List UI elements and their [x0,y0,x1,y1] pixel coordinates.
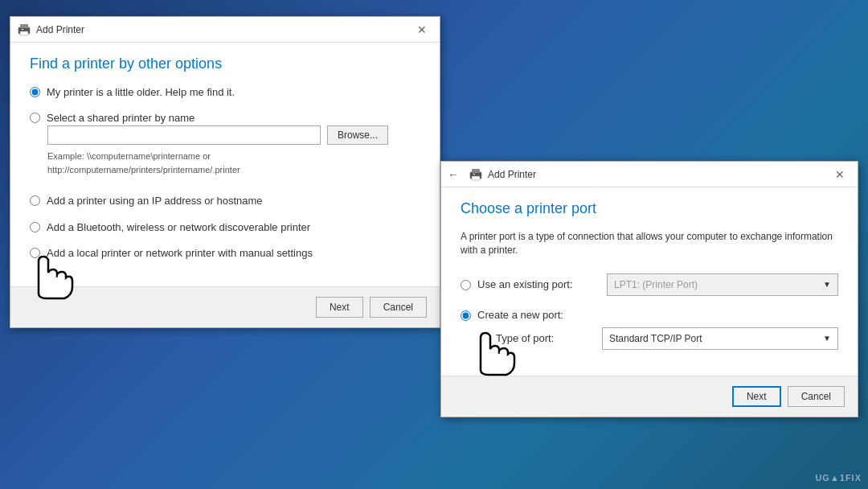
title-left-1: Add Printer [17,23,84,36]
radio-create-new[interactable]: Create a new port: [461,309,838,321]
radio-item-4[interactable]: Add a Bluetooth, wireless or network dis… [30,220,420,235]
description-text-2: A printer port is a type of connection t… [461,230,838,257]
next-button-1[interactable]: Next [316,297,363,318]
watermark: UG▲1FIX [815,473,862,483]
new-port-dropdown[interactable]: Standard TCP/IP Port ▼ [602,327,838,350]
radio-existing-port[interactable] [461,280,471,290]
example-text: Example: \\computername\printername or h… [47,150,420,176]
cancel-button-2[interactable]: Cancel [788,386,845,407]
cancel-button-1[interactable]: Cancel [370,297,427,318]
svg-rect-7 [473,174,475,175]
radio-label-2: Select a shared printer by name [47,111,194,125]
radio-local-printer[interactable] [30,248,40,258]
desktop: Add Printer ✕ Find a printer by other op… [0,0,868,489]
window-header-title-1: Find a printer by other options [30,55,420,72]
window-controls-1: ✕ [411,18,433,41]
radio-item-5[interactable]: Add a local printer or network printer w… [30,246,420,261]
create-new-label: Create a new port: [477,309,574,321]
radio-item-3[interactable]: Add a printer using an IP address or hos… [30,194,420,208]
svg-rect-6 [472,176,480,180]
create-new-section: Create a new port: Type of port: Standar… [461,309,838,350]
radio-use-existing[interactable]: Use an existing port: [461,278,597,290]
close-button-1[interactable]: ✕ [411,18,433,41]
radio-label-3: Add a printer using an IP address or hos… [47,194,263,208]
next-button-2[interactable]: Next [732,386,781,407]
window-choose-port: ← Add Printer ✕ Choose a printer port A … [440,161,858,417]
shared-printer-input-row: Browse... [47,125,420,145]
window-find-printer: Add Printer ✕ Find a printer by other op… [10,16,440,328]
window-controls-2: ✕ [829,163,851,186]
new-dropdown-arrow: ▼ [823,334,831,343]
existing-port-value: LPT1: (Printer Port) [614,279,698,290]
shared-printer-input[interactable] [47,125,321,145]
new-port-value: Standard TCP/IP Port [609,333,702,344]
existing-port-dropdown[interactable]: LPT1: (Printer Port) ▼ [607,273,838,296]
radio-older-printer[interactable] [30,87,40,97]
browse-button[interactable]: Browse... [327,125,388,145]
radio-item-1[interactable]: My printer is a little older. Help me fi… [30,85,420,100]
radio-ip-printer[interactable] [30,195,40,206]
window-footer-2: Next Cancel [441,376,858,417]
use-existing-row: Use an existing port: LPT1: (Printer Por… [461,273,838,296]
existing-dropdown-arrow: ▼ [823,280,831,289]
window-title-text-1: Add Printer [36,24,84,35]
back-arrow-2[interactable]: ← [448,168,459,181]
radio-label-5: Add a local printer or network printer w… [47,246,313,261]
radio-group-option2: Select a shared printer by name Browse..… [30,111,420,183]
radio-group-1: My printer is a little older. Help me fi… [30,85,420,261]
type-of-port-label: Type of port: [496,332,592,344]
window-content-1: Find a printer by other options My print… [10,43,440,286]
printer-icon-1 [17,23,31,36]
window-title-text-2: Add Printer [488,169,536,180]
window-content-2: Choose a printer port A printer port is … [441,187,858,376]
radio-new-port[interactable] [461,310,471,321]
title-bar-1: Add Printer ✕ [10,17,440,43]
radio-bluetooth-printer[interactable] [30,222,40,232]
svg-rect-5 [472,169,480,173]
close-button-2[interactable]: ✕ [829,163,851,186]
title-left-2: ← Add Printer [448,168,536,181]
printer-icon-2 [469,168,483,181]
radio-shared-printer[interactable] [30,113,40,123]
window-header-title-2: Choose a printer port [461,200,838,217]
port-options: Use an existing port: LPT1: (Printer Por… [461,273,838,350]
title-bar-2: ← Add Printer ✕ [441,162,858,187]
radio-item-2[interactable]: Select a shared printer by name [30,111,420,125]
window-footer-1: Next Cancel [10,286,440,327]
svg-rect-1 [20,24,28,28]
radio-label-1: My printer is a little older. Help me fi… [47,85,235,100]
type-of-port-row: Type of port: Standard TCP/IP Port ▼ [478,327,838,350]
svg-rect-2 [20,31,28,35]
radio-label-4: Add a Bluetooth, wireless or network dis… [47,220,310,235]
svg-rect-3 [22,29,23,30]
use-existing-label: Use an existing port: [477,278,574,290]
